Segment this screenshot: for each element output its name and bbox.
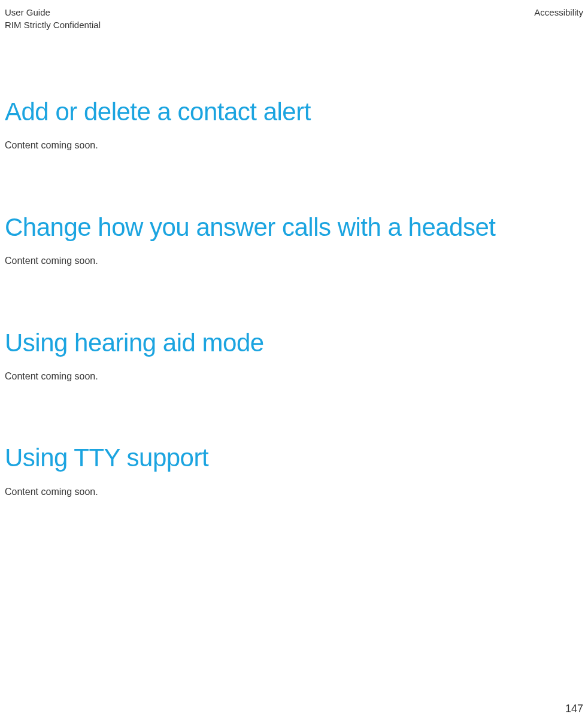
section: Using TTY support Content coming soon. (5, 443, 583, 499)
section-heading: Using TTY support (5, 443, 583, 473)
section-heading: Add or delete a contact alert (5, 97, 583, 127)
page-content: Add or delete a contact alert Content co… (0, 97, 588, 499)
page-header: User Guide RIM Strictly Confidential Acc… (0, 6, 588, 31)
header-right: Accessibility (534, 6, 583, 31)
header-section: Accessibility (534, 6, 583, 19)
section: Change how you answer calls with a heads… (5, 212, 583, 268)
section-body: Content coming soon. (5, 370, 583, 383)
page-number: 147 (565, 703, 583, 715)
header-title: User Guide (5, 6, 101, 19)
section-body: Content coming soon. (5, 254, 583, 268)
header-left: User Guide RIM Strictly Confidential (5, 6, 101, 31)
section: Add or delete a contact alert Content co… (5, 97, 583, 153)
section-heading: Using hearing aid mode (5, 328, 583, 358)
section-heading: Change how you answer calls with a heads… (5, 212, 583, 242)
header-confidential: RIM Strictly Confidential (5, 19, 101, 31)
section: Using hearing aid mode Content coming so… (5, 328, 583, 384)
section-body: Content coming soon. (5, 485, 583, 499)
section-body: Content coming soon. (5, 139, 583, 152)
